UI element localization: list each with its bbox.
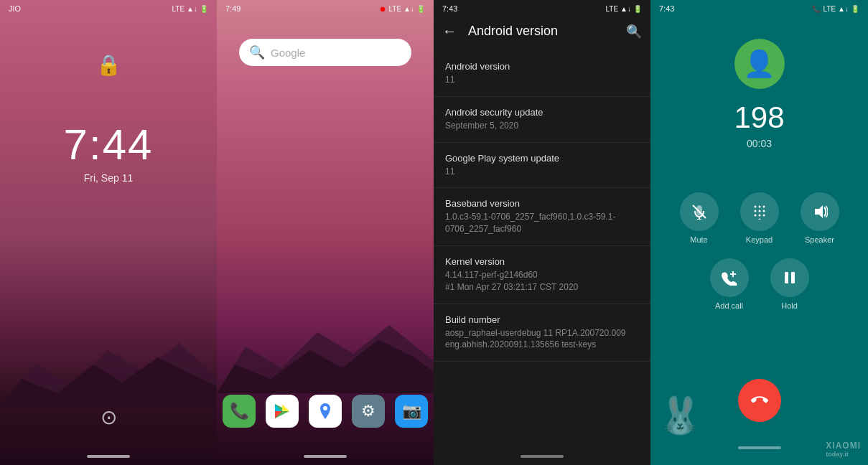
info-back-button[interactable]: ← — [442, 23, 457, 39]
info-value-build: aosp_raphael-userdebug 11 RP1A.200720.00… — [445, 327, 639, 352]
lock-date: Fri, Sep 11 — [84, 172, 133, 184]
lock-battery-icon: 🔋 — [200, 5, 208, 13]
svg-point-19 — [758, 215, 760, 217]
lock-mountain-bg — [0, 321, 217, 408]
svg-marker-22 — [815, 205, 823, 218]
lock-lte-icon: LTE — [172, 5, 185, 13]
home-dock: 📞 ⚙ 📷 — [223, 395, 428, 428]
call-buttons-row2: Add call Hold — [710, 258, 809, 310]
info-nav-bar — [521, 455, 564, 458]
info-signal-icon: ▲↓ — [620, 5, 631, 13]
svg-point-20 — [762, 215, 765, 217]
speaker-button[interactable] — [801, 192, 839, 231]
caller-avatar: 👤 — [734, 39, 785, 89]
call-time: 7:43 — [659, 4, 674, 13]
lock-padlock-icon: 🔒 — [96, 53, 121, 77]
info-title: Android version — [468, 24, 615, 39]
info-item-kernel: Kernel version 4.14.117-perf-g2146d60#1 … — [434, 246, 650, 304]
speaker-label: Speaker — [805, 235, 834, 244]
svg-point-21 — [758, 219, 760, 220]
caller-number: 198 — [734, 100, 784, 135]
home-search-bar[interactable]: 🔍 Google — [239, 39, 411, 66]
info-item-baseband: Baseband version 1.0.c3-59.1-0706_2257_f… — [434, 188, 650, 246]
mute-button[interactable] — [680, 192, 719, 231]
home-status-icons: ⏺ LTE ▲↓ 🔋 — [379, 5, 425, 13]
svg-marker-7 — [282, 404, 289, 411]
info-status-icons: LTE ▲↓ 🔋 — [605, 5, 642, 13]
svg-point-16 — [758, 210, 760, 212]
dock-playstore-icon[interactable] — [266, 395, 299, 428]
info-value-android-version: 11 — [445, 74, 639, 86]
info-item-android-version: Android version 11 — [434, 51, 650, 97]
dock-phone-icon[interactable]: 📞 — [223, 395, 256, 428]
call-lte-icon: LTE — [823, 5, 836, 13]
lock-signal-icon: ▲↓ — [187, 5, 197, 13]
lock-time: 7:44 — [64, 120, 154, 169]
fingerprint-icon[interactable]: ⊙ — [101, 405, 117, 429]
info-value-kernel: 4.14.117-perf-g2146d60#1 Mon Apr 27 03:2… — [445, 269, 639, 293]
mute-label: Mute — [690, 235, 707, 244]
panel-call-screen: 7:43 📞 LTE ▲↓ 🔋 👤 198 00:03 Mute — [650, 0, 868, 465]
home-status-bar: 7:49 ⏺ LTE ▲↓ 🔋 — [217, 0, 434, 17]
call-buttons-row1: Mute Keypad — [680, 192, 839, 244]
call-nav-bar — [738, 446, 781, 449]
add-call-label: Add call — [715, 301, 743, 310]
lock-nav-bar — [87, 455, 130, 458]
info-content-scroll[interactable]: Android version 11 Android security upda… — [434, 45, 650, 465]
svg-point-15 — [754, 210, 756, 212]
home-search-icon: 🔍 — [249, 44, 265, 60]
dock-camera-icon[interactable]: 📷 — [395, 395, 428, 428]
panel-android-info: 7:43 LTE ▲↓ 🔋 ← Android version 🔍 Androi… — [434, 0, 650, 465]
svg-point-17 — [762, 210, 765, 212]
info-lte-icon: LTE — [605, 5, 618, 13]
dock-settings-icon[interactable]: ⚙ — [352, 395, 385, 428]
info-battery-icon: 🔋 — [633, 5, 642, 13]
lock-carrier: JIO — [9, 4, 21, 13]
call-status-icons: 📞 LTE ▲↓ 🔋 — [812, 5, 859, 13]
call-status-bar: 7:43 📞 LTE ▲↓ 🔋 — [650, 0, 868, 17]
info-item-build: Build number aosp_raphael-userdebug 11 R… — [434, 304, 650, 362]
svg-point-13 — [758, 206, 760, 208]
info-search-button[interactable]: 🔍 — [626, 24, 642, 39]
info-status-bar: 7:43 LTE ▲↓ 🔋 — [434, 0, 650, 17]
mute-button-group: Mute — [680, 192, 719, 244]
lock-status-icons: LTE ▲↓ 🔋 — [172, 5, 208, 13]
svg-point-14 — [762, 206, 765, 208]
keypad-button-group: Keypad — [740, 192, 779, 244]
home-signal-icon: ▲↓ — [403, 5, 414, 13]
info-value-security-update: September 5, 2020 — [445, 120, 639, 132]
home-nav-bar — [304, 455, 347, 458]
info-toolbar: ← Android version 🔍 — [434, 17, 650, 45]
end-call-button[interactable] — [738, 379, 781, 422]
info-label-kernel: Kernel version — [445, 256, 639, 267]
panel-home-screen: 7:49 ⏺ LTE ▲↓ 🔋 🔍 Google 📞 — [217, 0, 434, 465]
info-time: 7:43 — [442, 4, 457, 13]
svg-rect-25 — [785, 272, 788, 283]
info-label-play-update: Google Play system update — [445, 153, 639, 164]
home-mountain-bg — [217, 300, 434, 393]
hold-button[interactable] — [770, 258, 809, 297]
lock-status-bar: JIO LTE ▲↓ 🔋 — [0, 0, 217, 17]
info-value-play-update: 11 — [445, 166, 639, 178]
info-label-baseband: Baseband version — [445, 198, 639, 209]
add-call-button[interactable] — [710, 258, 749, 297]
call-signal-icon: ▲↓ — [838, 5, 849, 13]
watermark-site: today.it — [826, 451, 861, 458]
info-label-android-version: Android version — [445, 61, 639, 72]
keypad-label: Keypad — [746, 235, 773, 244]
call-battery-icon: 🔋 — [851, 5, 859, 13]
keypad-button[interactable] — [740, 192, 779, 231]
home-lte-icon: LTE — [388, 5, 401, 13]
info-item-play-update: Google Play system update 11 — [434, 143, 650, 189]
hold-button-group: Hold — [770, 258, 809, 310]
info-label-security-update: Android security update — [445, 107, 639, 118]
dock-maps-icon[interactable] — [309, 395, 342, 428]
call-duration: 00:03 — [747, 138, 772, 149]
info-label-build: Build number — [445, 314, 639, 325]
xiaomi-watermark: XIAOMI today.it — [826, 441, 861, 458]
add-call-button-group: Add call — [710, 258, 749, 310]
xiaomi-bunny-mascot: 🐰 — [658, 395, 702, 436]
hold-label: Hold — [781, 301, 798, 310]
home-search-placeholder: Google — [271, 47, 305, 59]
svg-point-12 — [754, 206, 756, 208]
